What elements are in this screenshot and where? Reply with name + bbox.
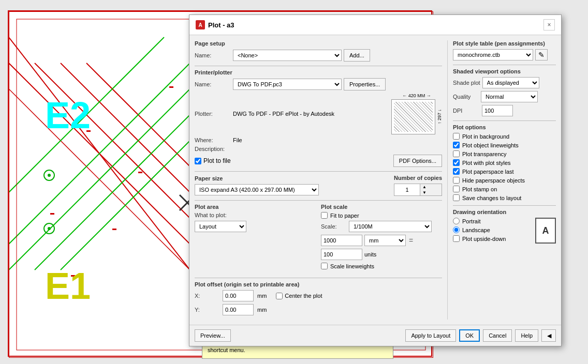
properties-button[interactable]: Properties... — [344, 78, 386, 90]
quality-row: Quality Normal Preview Presentation Maxi… — [453, 91, 556, 102]
landscape-row: Landscape — [453, 226, 532, 233]
pdf-options-button[interactable]: PDF Options... — [393, 155, 442, 167]
plot-transparency-label: Plot transparency — [462, 151, 507, 157]
landscape-radio[interactable] — [453, 226, 460, 233]
offset-x-input[interactable] — [223, 290, 254, 301]
offset-y-label: Y: — [195, 307, 220, 313]
dpi-label: DPI — [453, 108, 479, 114]
dialog-right-panel: Plot style table (pen assignments) monoc… — [447, 40, 556, 320]
scale-lineweights-checkbox[interactable] — [321, 263, 328, 269]
plot-style-table-section: Plot style table (pen assignments) monoc… — [453, 40, 556, 60]
shade-plot-select[interactable]: As displayed Wireframe Hidden Rendered — [482, 77, 539, 88]
orientation-preview-icon: A — [535, 218, 556, 244]
hide-ps-checkbox[interactable] — [453, 177, 460, 184]
center-plot-checkbox[interactable] — [276, 293, 283, 299]
plot-style-edit-button[interactable]: ✎ — [535, 49, 548, 60]
printer-name-label: Name: — [195, 81, 231, 87]
fit-to-paper-row: Fit to paper — [321, 212, 442, 219]
paper-size-select[interactable]: ISO expand A3 (420.00 x 297.00 MM) — [195, 184, 319, 195]
printer-plotter-label: Printer/plotter — [195, 69, 442, 75]
plot-style-select[interactable]: monochrome.ctb acad.ctb None — [453, 49, 533, 60]
copies-decrement[interactable]: ▼ — [420, 190, 429, 195]
upside-down-checkbox[interactable] — [453, 235, 460, 242]
apply-to-layout-button[interactable]: Apply to Layout — [405, 329, 456, 342]
copies-increment[interactable]: ▲ — [420, 184, 429, 190]
plot-ps-last-checkbox[interactable] — [453, 168, 460, 175]
dpi-row: DPI — [453, 105, 556, 116]
separator-1 — [195, 66, 442, 66]
where-label: Where: — [195, 137, 231, 143]
dialog-body: Page setup Name: <None> Add... Printer/p… — [189, 35, 561, 325]
plot-stamp-checkbox[interactable] — [453, 186, 460, 192]
shade-plot-row: Shade plot As displayed Wireframe Hidden… — [453, 77, 556, 88]
save-changes-checkbox[interactable] — [453, 194, 460, 201]
copies-right: Number of copies ▲ ▼ — [394, 175, 442, 196]
plot-dialog: A Plot - a3 × Page setup Name: <None> Ad… — [189, 14, 562, 346]
quality-select[interactable]: Normal Preview Presentation Maximum Cust… — [481, 91, 538, 102]
close-button[interactable]: × — [543, 19, 555, 31]
page-setup-section: Page setup Name: <None> Add... — [195, 40, 442, 62]
page-setup-add-button[interactable]: Add... — [344, 49, 370, 62]
mm-unit-select[interactable]: mm inches — [364, 235, 406, 246]
scale-row: Scale: 1/100M 1/50M 1/200M Custom — [321, 221, 442, 232]
plot-bg-checkbox[interactable] — [453, 133, 460, 140]
plot-with-styles-checkbox[interactable] — [453, 159, 460, 166]
paper-size-section: Paper size ISO expand A3 (420.00 x 297.0… — [195, 175, 442, 196]
fit-to-paper-checkbox[interactable] — [321, 212, 328, 219]
shaded-viewport-section: Shaded viewport options Shade plot As di… — [453, 68, 556, 116]
plot-obj-lw-checkbox[interactable] — [453, 142, 460, 148]
orientation-label: Drawing orientation — [453, 209, 556, 215]
dpi-input[interactable] — [482, 105, 513, 116]
plot-ps-last-row: Plot paperspace last — [453, 168, 556, 175]
plot-to-file-row: Plot to file PDF Options... — [195, 155, 442, 167]
separator-3 — [195, 200, 442, 201]
offset-y-input[interactable] — [223, 304, 254, 315]
mm-row: mm inches = — [321, 235, 442, 246]
paper-dim-right: ↑ 297 ↓ — [437, 109, 442, 124]
page-setup-label: Page setup — [195, 40, 442, 47]
dialog-footer: Preview... Apply to Layout OK Cancel Hel… — [189, 325, 561, 346]
what-to-plot-select[interactable]: Layout Extents Display Window — [195, 221, 246, 232]
upside-down-label: Plot upside-down — [462, 236, 506, 242]
offset-y-row: Y: mm — [195, 304, 442, 315]
ok-button[interactable]: OK — [459, 329, 480, 342]
plot-stamp-label: Plot stamp on — [462, 186, 497, 192]
quality-label: Quality — [453, 94, 479, 100]
portrait-radio[interactable] — [453, 218, 460, 224]
plot-obj-lw-label: Plot object lineweights — [462, 142, 519, 148]
plot-style-row: monochrome.ctb acad.ctb None ✎ — [453, 49, 556, 60]
paper-dim-top: ← 420 MM → — [391, 93, 442, 98]
scale-label: Scale: — [321, 223, 347, 230]
plot-transparency-checkbox[interactable] — [453, 150, 460, 157]
shade-plot-label: Shade plot — [453, 80, 480, 86]
offset-y-unit: mm — [257, 307, 267, 313]
save-changes-label: Save changes to layout — [462, 195, 521, 201]
units-input[interactable] — [321, 249, 362, 260]
page-setup-name-select[interactable]: <None> — [233, 50, 342, 61]
autocad-icon: A — [196, 20, 205, 29]
mm-input[interactable] — [321, 235, 362, 246]
scale-select[interactable]: 1/100M 1/50M 1/200M Custom — [349, 221, 432, 232]
separator-right-1 — [453, 65, 556, 65]
plot-to-file-checkbox[interactable] — [195, 158, 201, 164]
cancel-button[interactable]: Cancel — [483, 329, 512, 342]
dialog-titlebar: A Plot - a3 × — [189, 15, 561, 35]
plot-scale-label: Plot scale — [321, 204, 442, 210]
plot-ps-last-label: Plot paperspace last — [462, 169, 514, 175]
units-label: units — [364, 251, 376, 257]
plot-area-section: Plot area What to plot: Layout Extents D… — [195, 204, 316, 271]
preview-button[interactable]: Preview... — [195, 329, 231, 342]
printer-name-select[interactable]: DWG To PDF.pc3 — [233, 79, 342, 90]
units-row: units — [321, 249, 442, 260]
paper-size-left: Paper size ISO expand A3 (420.00 x 297.0… — [195, 175, 392, 195]
copies-input[interactable] — [394, 184, 420, 195]
plot-bg-label: Plot in background — [462, 133, 509, 140]
plot-offset-section: Plot offset (origin set to printable are… — [195, 281, 442, 315]
separator-2 — [195, 171, 442, 172]
nav-back-button[interactable]: ◀ — [541, 329, 556, 342]
plot-style-table-label: Plot style table (pen assignments) — [453, 40, 556, 47]
printer-name-row: Name: DWG To PDF.pc3 Properties... — [195, 78, 442, 90]
page-setup-name-label: Name: — [195, 52, 231, 58]
where-value: File — [233, 137, 242, 143]
help-button[interactable]: Help — [515, 329, 538, 342]
